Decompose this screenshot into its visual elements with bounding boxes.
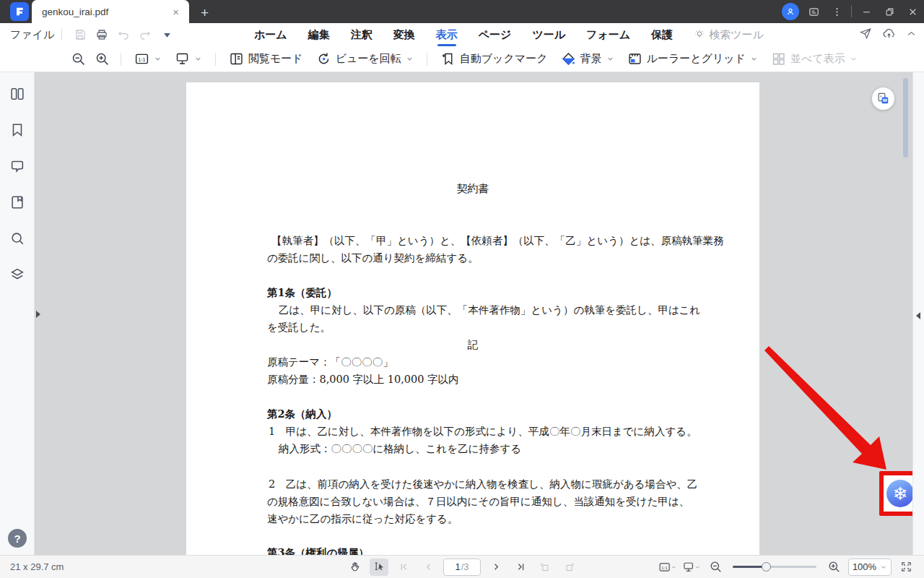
app-logo-icon[interactable] [10,2,29,21]
divider [61,29,62,40]
divider [121,53,121,66]
feedback-icon[interactable] [802,0,825,23]
print-icon[interactable] [92,26,111,43]
last-page-icon[interactable] [511,558,530,576]
menu-form[interactable]: フォーム [586,23,630,46]
next-page-icon[interactable] [487,558,505,576]
share-icon[interactable] [859,27,872,43]
fit-page-button[interactable] [175,51,202,66]
page-number-input[interactable]: 1 /3 [443,558,481,576]
vertical-scrollbar[interactable] [903,78,908,158]
layers-panel-icon[interactable] [9,267,25,282]
zoom-in-icon[interactable] [95,51,110,66]
left-panel-expand-icon[interactable] [36,311,40,318]
actual-size-button[interactable]: 1:1 [134,51,162,66]
collapse-toolbar-icon[interactable] [906,28,917,42]
restore-button[interactable] [878,0,901,23]
previous-page-icon[interactable] [419,558,437,576]
fit-page-status-icon[interactable] [682,558,701,576]
first-page-icon[interactable] [394,558,413,576]
ruler-grid-button[interactable]: ルーラーとグリッド [627,51,758,66]
bookmarks-panel-icon[interactable] [9,122,25,138]
ai-assistant-button[interactable]: ❄ [886,480,912,507]
save-icon[interactable] [71,26,90,43]
page-size-label: 21 x 29.7 cm [10,561,64,572]
rotate-right-icon[interactable] [560,558,579,576]
main-menu: ホーム 編集 注釈 変換 表示 ページ ツール フォーム 保護 検索ツール [254,23,764,46]
lightbulb-icon [694,29,705,40]
select-tool-icon[interactable] [370,558,388,576]
zoom-slider[interactable] [733,566,816,568]
menu-page[interactable]: ページ [479,23,512,46]
thumbnails-panel-icon[interactable] [9,86,25,102]
menu-view[interactable]: 表示 [436,23,458,46]
rotate-view-button[interactable]: ビューを回転 [316,51,414,66]
auto-bookmark-icon [440,51,456,66]
document-tab[interactable]: genkou_irai.pdf × [32,0,189,23]
zoom-out-status-icon[interactable] [706,558,725,576]
main-area: ? 契約書 【執筆者】（以下、「甲」という）と、【依頼者】（以下、「乙」という）… [0,72,924,555]
background-button[interactable]: 背景 [561,51,614,66]
redo-icon[interactable] [136,26,154,43]
zoom-level-value: 100% [853,561,876,572]
fit-page-icon [175,51,190,66]
right-panel-expand-icon[interactable] [916,312,920,319]
divider [215,53,216,66]
tile-view-button[interactable]: 並べて表示 [771,51,858,66]
new-tab-button[interactable]: + [201,6,209,20]
zoom-slider-knob[interactable] [762,562,771,571]
auto-bookmark-button[interactable]: 自動ブックマーク [440,51,548,66]
article-2-heading: 第2条（納入） [267,407,337,421]
document-viewport[interactable]: 契約書 【執筆者】（以下、「甲」という）と、【依頼者】（以下、「乙」という）とは… [35,72,912,555]
read-mode-button[interactable]: 閲覧モード [229,51,303,66]
search-panel-icon[interactable] [9,230,25,246]
undo-icon[interactable] [114,26,133,43]
menu-tool[interactable]: ツール [532,23,565,46]
more-menu-icon[interactable] [825,0,848,23]
rotate-left-icon[interactable] [536,558,554,576]
tab-title: genkou_irai.pdf [42,7,170,17]
menu-protect[interactable]: 保護 [651,23,673,46]
tab-close-icon[interactable]: × [170,6,182,18]
view-toolbar: 1:1 閲覧モード ビューを回転 自動ブックマーク 背景 ル [0,46,924,72]
zoom-level-dropdown[interactable]: 100% [848,558,892,576]
menu-convert[interactable]: 変換 [393,23,415,46]
menu-search-tools[interactable]: 検索ツール [694,23,764,46]
left-panel-bar: ? [0,72,35,555]
quick-access-dropdown-icon[interactable] [157,26,176,43]
menu-home[interactable]: ホーム [254,23,287,46]
help-button[interactable]: ? [8,529,27,548]
minimize-button[interactable] [855,0,878,23]
actual-size-status-icon[interactable]: 1:1 [658,558,677,576]
menu-file[interactable]: ファイル [10,28,54,42]
tile-view-icon [771,51,786,66]
article-1-heading: 第1条（委託） [267,285,337,300]
menu-edit[interactable]: 編集 [308,23,330,46]
actual-size-icon: 1:1 [134,51,149,66]
svg-text:1:1: 1:1 [661,565,668,569]
fullscreen-icon[interactable] [897,558,915,576]
close-button[interactable] [901,0,924,23]
hand-tool-icon[interactable] [345,558,364,576]
cloud-upload-icon[interactable] [882,27,896,43]
attachments-panel-icon[interactable] [9,194,25,210]
zoom-out-icon[interactable] [71,51,86,66]
article-3-heading: 第3条（権利の帰属） [267,545,369,555]
user-icon [782,3,799,20]
menu-comment[interactable]: 注釈 [351,23,372,46]
account-avatar[interactable] [779,0,802,23]
convert-to-word-button[interactable]: W [872,87,894,110]
comments-panel-icon[interactable] [9,158,25,174]
pdf-page[interactable]: 契約書 【執筆者】（以下、「甲」という）と、【依頼者】（以下、「乙」という）とは… [186,82,759,555]
rotate-view-icon [316,51,331,66]
menu-bar: ファイル ホーム 編集 注釈 変換 表示 ページ ツール フォーム 保護 [0,23,924,46]
svg-text:W: W [883,98,888,103]
divider [851,6,852,17]
zoom-in-status-icon[interactable] [824,558,843,576]
doc-title: 契約書 [186,181,759,196]
read-mode-icon [229,51,244,66]
pdfelement-window: genkou_irai.pdf × + [0,0,924,578]
divider [427,53,427,66]
background-icon [561,51,576,66]
snowflake-icon: ❄ [893,483,908,504]
